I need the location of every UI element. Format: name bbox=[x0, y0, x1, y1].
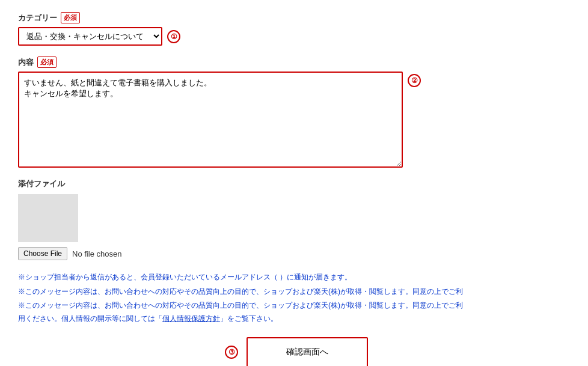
attachment-preview bbox=[18, 194, 78, 242]
category-section: カテゴリー 必須 返品・交換・キャンセルについて 注文について 商品について そ… bbox=[18, 12, 570, 46]
content-section: 内容 必須 すいません、紙と間違えて電子書籍を購入しました。 キャンセルを希望し… bbox=[18, 56, 570, 168]
file-input-wrapper: Choose File No file chosen bbox=[18, 247, 570, 260]
content-label: 内容 必須 bbox=[18, 56, 570, 68]
category-circle-number: ① bbox=[167, 30, 180, 43]
no-file-text: No file chosen bbox=[72, 249, 121, 258]
category-select[interactable]: 返品・交換・キャンセルについて 注文について 商品について その他 bbox=[18, 27, 162, 46]
category-label: カテゴリー 必須 bbox=[18, 12, 570, 23]
notice-line-2: ※このメッセージ内容は、お問い合わせへの対応やその品質向上の目的で、ショップおよ… bbox=[18, 285, 570, 299]
notice-text-1: ※ショップ担当者から返信があると、会員登録いただいているメールアドレス（ ）に通… bbox=[18, 273, 352, 281]
notice-line-3: ※このメッセージ内容は、お問い合わせへの対応やその品質向上の目的で、ショップおよ… bbox=[18, 299, 570, 325]
submit-circle-number: ③ bbox=[225, 346, 238, 359]
content-textarea[interactable]: すいません、紙と間違えて電子書籍を購入しました。 キャンセルを希望します。 bbox=[18, 72, 403, 168]
notice-text-2: ※このメッセージ内容は、お問い合わせへの対応やその品質向上の目的で、ショップおよ… bbox=[18, 287, 463, 296]
content-required-badge: 必須 bbox=[37, 56, 57, 68]
category-label-text: カテゴリー bbox=[18, 13, 57, 23]
notice-section: ※ショップ担当者から返信があると、会員登録いただいているメールアドレス（ ）に通… bbox=[18, 271, 570, 325]
attachment-section: 添付ファイル Choose File No file chosen bbox=[18, 178, 570, 260]
notice-line-1: ※ショップ担当者から返信があると、会員登録いただいているメールアドレス（ ）に通… bbox=[18, 271, 570, 284]
content-textarea-wrapper: すいません、紙と間違えて電子書籍を購入しました。 キャンセルを希望します。 ② bbox=[18, 72, 570, 168]
category-select-wrapper: 返品・交換・キャンセルについて 注文について 商品について その他 ① bbox=[18, 27, 570, 46]
content-circle-number: ② bbox=[408, 74, 421, 87]
category-required-badge: 必須 bbox=[61, 12, 80, 23]
content-label-text: 内容 bbox=[18, 57, 34, 68]
submit-button[interactable]: 確認画面へ bbox=[250, 341, 364, 364]
choose-file-button[interactable]: Choose File bbox=[18, 247, 67, 260]
privacy-policy-link[interactable]: 個人情報保護方針 bbox=[162, 314, 220, 323]
submit-section: ③ 確認画面へ bbox=[18, 337, 570, 366]
attachment-label: 添付ファイル bbox=[18, 178, 570, 189]
submit-button-wrapper: 確認画面へ bbox=[247, 337, 368, 366]
